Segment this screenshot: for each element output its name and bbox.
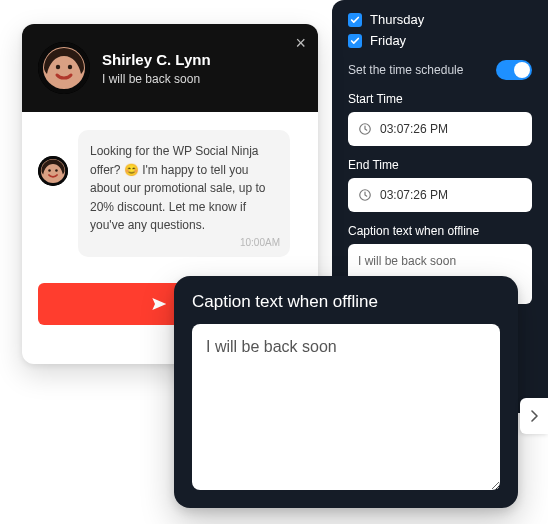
paper-plane-icon (151, 296, 167, 312)
message-time: 10:00AM (240, 235, 280, 251)
end-time-input[interactable]: 03:07:26 PM (348, 178, 532, 212)
day-label: Friday (370, 33, 406, 48)
message-bubble: Looking for the WP Social Ninja offer? 😊… (78, 130, 290, 257)
chat-body: Looking for the WP Social Ninja offer? 😊… (22, 112, 318, 257)
avatar (38, 156, 68, 186)
end-time-value: 03:07:26 PM (380, 188, 448, 202)
checkbox-icon (348, 34, 362, 48)
day-label: Thursday (370, 12, 424, 27)
offline-caption-textarea[interactable] (192, 324, 500, 490)
chat-header: × Shirley C. Lynn I will be back soon (22, 24, 318, 112)
offline-caption-editor: Caption text when offline (174, 276, 518, 508)
checkbox-icon (348, 13, 362, 27)
chevron-right-icon (530, 410, 538, 422)
svg-point-8 (48, 169, 51, 172)
start-time-value: 03:07:26 PM (380, 122, 448, 136)
schedule-toggle[interactable] (496, 60, 532, 80)
slide-handle[interactable] (520, 398, 548, 434)
offline-caption-title: Caption text when offline (192, 292, 500, 312)
message-text: Looking for the WP Social Ninja offer? 😊… (90, 144, 265, 232)
end-time-label: End Time (348, 158, 532, 172)
agent-subline: I will be back soon (102, 72, 211, 86)
close-icon[interactable]: × (295, 34, 306, 52)
start-time-label: Start Time (348, 92, 532, 106)
clock-icon (358, 188, 372, 202)
svg-point-4 (56, 65, 60, 69)
avatar (38, 42, 90, 94)
offline-caption-label: Caption text when offline (348, 224, 532, 238)
day-checkbox-friday[interactable]: Friday (348, 33, 532, 48)
svg-point-5 (68, 65, 72, 69)
message-row: Looking for the WP Social Ninja offer? 😊… (38, 130, 302, 257)
start-time-input[interactable]: 03:07:26 PM (348, 112, 532, 146)
agent-name: Shirley C. Lynn (102, 51, 211, 68)
schedule-heading: Set the time schedule (348, 63, 463, 77)
svg-point-9 (55, 169, 58, 172)
clock-icon (358, 122, 372, 136)
day-checkbox-thursday[interactable]: Thursday (348, 12, 532, 27)
